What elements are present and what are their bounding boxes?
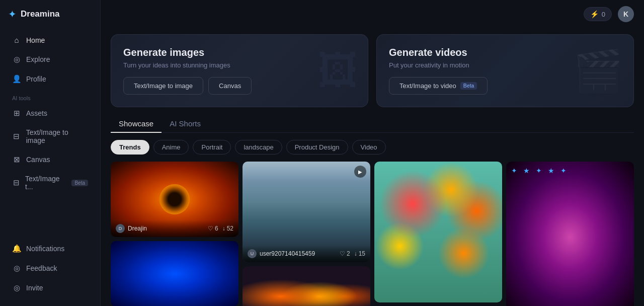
sidebar-item-home[interactable]: ⌂ Home (4, 31, 96, 49)
profile-icon: 👤 (12, 74, 21, 84)
generate-videos-card: 🎬 Generate videos Put your creativity in… (376, 34, 634, 107)
filter-landscape[interactable]: landscape (235, 140, 282, 155)
username: Dreajin (128, 225, 147, 232)
text-video-button-label: Text/Image to video (399, 82, 456, 90)
image-grid: D Dreajin ♡ 6 ↓ 52 (111, 162, 634, 306)
like-stat-lake: ♡ 2 (340, 250, 350, 257)
canvas-button[interactable]: Canvas (208, 77, 252, 95)
item-user: D Dreajin (116, 224, 147, 233)
sidebar-item-label: Assets (26, 109, 47, 117)
item-stats: ♡ 6 ↓ 52 (208, 225, 233, 232)
explore-icon: ◎ (12, 55, 21, 64)
rose-image (111, 241, 238, 306)
space-portrait-image (506, 162, 634, 306)
sidebar-nav: ⌂ Home ◎ Explore 👤 Profile AI tools ⊞ As… (0, 28, 100, 235)
sidebar-bottom: 🔔 Notifications ◎ Feedback ◎ Invite (0, 235, 100, 306)
showcase-section: Showcase AI Shorts Trends Anime Portrait… (111, 115, 634, 306)
sidebar-item-label: Notifications (26, 245, 64, 253)
credits-badge[interactable]: ⚡ 0 (584, 7, 612, 21)
sidebar-item-label: Invite (26, 284, 43, 292)
generate-images-card: 🖼 Generate images Turn your ideas into s… (111, 34, 368, 107)
filter-anime[interactable]: Anime (153, 140, 189, 155)
item-overlay: D Dreajin ♡ 6 ↓ 52 (111, 220, 238, 237)
filter-pills: Trends Anime Portrait landscape Product … (111, 140, 634, 155)
heart-icon: ♡ (208, 225, 213, 232)
app-logo: ✦ Dreamina (0, 0, 100, 28)
beta-badge: Beta (71, 180, 88, 186)
sidebar-item-text-video[interactable]: ⊟ Text/Image t... Beta (4, 170, 96, 196)
filter-product-design[interactable]: Product Design (286, 140, 348, 155)
grid-item-portrait[interactable] (506, 162, 634, 306)
like-count-lake: 2 (347, 250, 350, 257)
download-stat-lake: ↓ 15 (354, 250, 365, 257)
download-count-lake: 15 (359, 250, 365, 257)
cards-row: 🖼 Generate images Turn your ideas into s… (111, 34, 634, 107)
filter-video[interactable]: Video (352, 140, 386, 155)
text-image-to-video-button[interactable]: Text/Image to video Beta (389, 77, 488, 95)
grid-col-1: D Dreajin ♡ 6 ↓ 52 (111, 162, 238, 306)
video-beta-badge: Beta (460, 82, 477, 90)
download-count: 52 (227, 225, 233, 232)
filter-trends[interactable]: Trends (111, 140, 149, 155)
play-button[interactable]: ▶ (354, 166, 366, 178)
user-avatar-lake: U (248, 249, 257, 258)
canvas-icon: ⊠ (12, 155, 21, 164)
sidebar-item-explore[interactable]: ◎ Explore (4, 50, 96, 69)
avatar-initial: K (623, 10, 628, 18)
app-name: Dreamina (21, 9, 59, 19)
grid-item-rose[interactable] (111, 241, 238, 306)
logo-icon: ✦ (8, 8, 17, 20)
item-overlay-lake: U user9207140415459 ♡ 2 ↓ 15 (243, 245, 370, 262)
download-icon-lake: ↓ (354, 250, 357, 257)
item-user-lake: U user9207140415459 (248, 249, 315, 258)
credits-value: 0 (602, 11, 605, 18)
sidebar-item-label: Text/Image t... (25, 175, 64, 191)
heart-icon-lake: ♡ (340, 250, 345, 257)
showcase-tabs: Showcase AI Shorts (111, 115, 634, 133)
text-image-to-image-button[interactable]: Text/Image to image (123, 77, 203, 95)
credits-icon: ⚡ (590, 10, 599, 18)
sidebar-item-label: Text/Image to image (26, 128, 88, 144)
grid-item-bokeh[interactable] (243, 266, 370, 306)
sidebar-item-canvas[interactable]: ⊠ Canvas (4, 150, 96, 169)
grid-item-eye[interactable]: D Dreajin ♡ 6 ↓ 52 (111, 162, 238, 237)
feedback-icon: ◎ (12, 264, 21, 273)
grid-col-2: ▶ U user9207140415459 ♡ 2 ↓ (243, 162, 370, 306)
sidebar-item-notifications[interactable]: 🔔 Notifications (4, 239, 96, 258)
sidebar-item-assets[interactable]: ⊞ Assets (4, 104, 96, 123)
bokeh-image (243, 266, 370, 306)
tab-ai-shorts[interactable]: AI Shorts (162, 115, 209, 133)
item-stats-lake: ♡ 2 ↓ 15 (340, 250, 365, 257)
sidebar-item-label: Profile (26, 75, 46, 83)
card-bg-decorative-video: 🎬 (573, 47, 623, 95)
grid-col-4 (506, 162, 634, 306)
assets-icon: ⊞ (12, 109, 21, 118)
header: ⚡ 0 K (101, 0, 644, 28)
sidebar-item-label: Home (26, 36, 45, 44)
main-content: 🖼 Generate images Turn your ideas into s… (101, 0, 644, 306)
sidebar-item-label: Explore (26, 55, 50, 63)
grid-col-3 (374, 162, 502, 306)
sidebar-item-text-image[interactable]: ⊟ Text/Image to image (4, 123, 96, 149)
filter-portrait[interactable]: Portrait (193, 140, 231, 155)
user-avatar-small: D (116, 224, 125, 233)
download-icon: ↓ (222, 225, 225, 232)
home-icon: ⌂ (12, 36, 21, 44)
sidebar-item-invite[interactable]: ◎ Invite (4, 278, 96, 297)
text-image-icon: ⊟ (12, 132, 21, 141)
tab-showcase[interactable]: Showcase (111, 115, 162, 133)
text-video-icon: ⊟ (12, 178, 20, 187)
user-avatar[interactable]: K (618, 6, 634, 22)
like-count: 6 (215, 225, 218, 232)
grid-item-flowers[interactable] (374, 162, 502, 302)
invite-icon: ◎ (12, 283, 21, 292)
notifications-icon: 🔔 (12, 244, 21, 253)
sidebar-item-label: Canvas (26, 156, 50, 164)
sidebar-item-feedback[interactable]: ◎ Feedback (4, 259, 96, 278)
flowers-image (374, 162, 502, 302)
download-stat: ↓ 52 (222, 225, 233, 232)
username-lake: user9207140415459 (260, 250, 315, 257)
sidebar-item-label: Feedback (26, 264, 57, 272)
sidebar-item-profile[interactable]: 👤 Profile (4, 69, 96, 89)
grid-item-lake[interactable]: ▶ U user9207140415459 ♡ 2 ↓ (243, 162, 370, 262)
